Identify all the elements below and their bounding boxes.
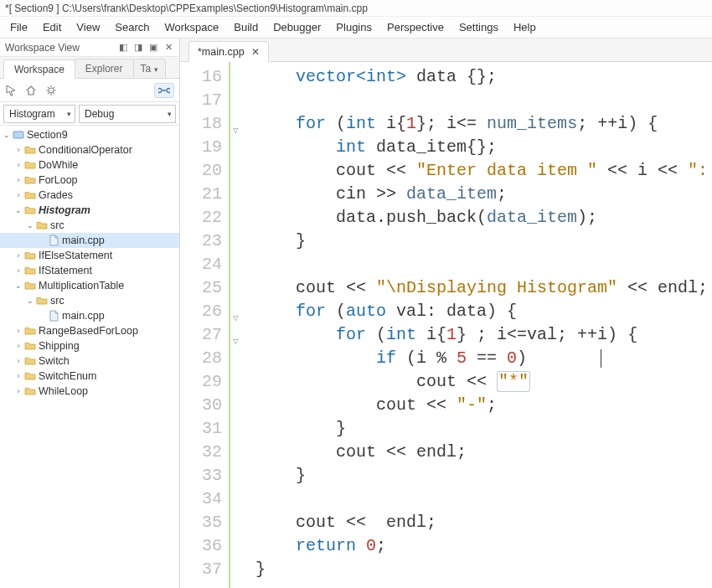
code-line[interactable]: cout << endl; <box>255 511 712 534</box>
line-number: 30 <box>180 394 222 417</box>
tree-folder[interactable]: ›ConditionalOperator <box>0 142 179 157</box>
chevron-right-icon[interactable]: › <box>13 357 23 365</box>
tree-folder[interactable]: ⌄src <box>0 293 179 308</box>
chevron-right-icon[interactable]: › <box>13 342 23 350</box>
menu-edit[interactable]: Edit <box>36 18 68 36</box>
tree-item-label: src <box>50 295 64 307</box>
folder-icon <box>23 144 37 156</box>
fold-toggle-icon[interactable]: ▽ <box>233 330 239 353</box>
workspace-tab-explorer[interactable]: Explorer <box>75 59 134 78</box>
tree-folder[interactable]: ›DoWhile <box>0 157 179 173</box>
chevron-down-icon[interactable]: ⌄ <box>2 131 12 139</box>
code-line[interactable]: cout << "Enter data item " << i << ": "; <box>255 159 712 183</box>
code-line[interactable]: for (auto val: data) { <box>255 300 712 323</box>
menu-plugins[interactable]: Plugins <box>329 18 379 36</box>
tree-folder[interactable]: ⌄MultiplicationTable <box>0 278 179 293</box>
code-line[interactable]: cout << "*" <box>255 370 712 394</box>
menu-build[interactable]: Build <box>227 18 265 36</box>
tree-file[interactable]: main.cpp <box>0 233 179 248</box>
code-line[interactable]: for (int i{1}; i<= num_items; ++i) { <box>255 112 712 136</box>
dock-right-icon[interactable]: ◨ <box>132 42 144 54</box>
code-content[interactable]: vector<int> data {}; for (int i{1}; i<= … <box>247 62 712 588</box>
chevron-right-icon[interactable]: › <box>13 387 23 395</box>
tree-folder[interactable]: ›Switch <box>0 353 179 369</box>
code-line[interactable] <box>255 487 712 511</box>
menu-settings[interactable]: Settings <box>452 18 505 36</box>
chevron-down-icon[interactable]: ⌄ <box>25 297 35 305</box>
workspace-tabs: Workspace Explorer Ta ▾ <box>0 57 179 79</box>
tree-folder[interactable]: ›Shipping <box>0 338 179 353</box>
dock-left-icon[interactable]: ◧ <box>117 42 129 54</box>
tree-folder[interactable]: ›RangeBasedForLoop <box>0 323 179 338</box>
fold-column[interactable]: ▽▽▽ <box>230 62 247 588</box>
tree-workspace-root[interactable]: ⌄Section9 <box>0 127 179 142</box>
code-line[interactable]: } <box>255 230 712 253</box>
tree-item-label: ForLoop <box>39 174 78 186</box>
config-dropdown[interactable]: Debug▾ <box>79 105 176 123</box>
line-number: 36 <box>180 534 222 558</box>
code-line[interactable]: data.push_back(data_item); <box>255 206 712 230</box>
file-tree[interactable]: ⌄Section9›ConditionalOperator›DoWhile›Fo… <box>0 126 179 588</box>
close-tab-icon[interactable]: ✕ <box>251 46 260 58</box>
chevron-right-icon[interactable]: › <box>13 161 23 169</box>
code-line[interactable]: int data_item{}; <box>255 136 712 159</box>
code-line[interactable]: cout << "\nDisplaying Histogram" << endl… <box>255 276 712 300</box>
chevron-right-icon[interactable]: › <box>13 146 23 154</box>
collapse-pane-icon[interactable]: ▣ <box>147 42 159 54</box>
editor-tab-main-cpp[interactable]: *main.cpp ✕ <box>188 41 269 62</box>
code-editor[interactable]: 1617181920212223242526272829303132333435… <box>180 62 712 588</box>
code-line[interactable] <box>255 89 712 112</box>
workspace-config-row: Histogram▾ Debug▾ <box>0 102 179 126</box>
menu-debugger[interactable]: Debugger <box>266 18 328 36</box>
menu-workspace[interactable]: Workspace <box>158 18 226 36</box>
code-line[interactable]: for (int i{1} ; i<=val; ++i) { <box>255 323 712 347</box>
fold-toggle-icon[interactable]: ▽ <box>233 119 239 142</box>
chevron-right-icon[interactable]: › <box>13 372 23 380</box>
menu-help[interactable]: Help <box>507 18 543 36</box>
close-pane-icon[interactable]: ✕ <box>163 42 174 54</box>
menu-view[interactable]: View <box>70 18 106 36</box>
menu-perspective[interactable]: Perspective <box>380 18 451 36</box>
menu-file[interactable]: File <box>3 18 34 36</box>
chevron-down-icon[interactable]: ⌄ <box>13 281 23 290</box>
project-dropdown[interactable]: Histogram▾ <box>3 105 75 123</box>
chevron-right-icon[interactable]: › <box>13 266 23 275</box>
code-line[interactable]: } <box>255 464 712 487</box>
tree-folder[interactable]: ›WhileLoop <box>0 384 179 399</box>
cursor-icon[interactable] <box>5 85 17 96</box>
file-icon <box>47 235 60 246</box>
fold-toggle-icon[interactable]: ▽ <box>233 307 239 330</box>
code-line[interactable]: cin >> data_item; <box>255 183 712 206</box>
tree-folder[interactable]: ›IfStatement <box>0 263 179 278</box>
code-line[interactable]: if (i % 5 == 0) <box>255 347 712 370</box>
line-number: 18 <box>180 112 222 136</box>
home-icon[interactable] <box>25 85 37 96</box>
chevron-right-icon[interactable]: › <box>13 176 23 184</box>
gear-icon[interactable] <box>45 85 57 96</box>
code-line[interactable]: vector<int> data {}; <box>255 65 712 89</box>
workspace-tab-workspace[interactable]: Workspace <box>3 59 75 79</box>
workspace-tab-more[interactable]: Ta ▾ <box>133 59 166 78</box>
code-line[interactable]: return 0; <box>255 534 712 558</box>
menu-search[interactable]: Search <box>108 18 156 36</box>
code-line[interactable] <box>255 253 712 276</box>
chevron-down-icon[interactable]: ⌄ <box>13 206 23 214</box>
menu-bar: FileEditViewSearchWorkspaceBuildDebugger… <box>0 17 712 39</box>
chevron-right-icon[interactable]: › <box>13 251 23 260</box>
workspace-toolbar <box>0 79 179 102</box>
chevron-right-icon[interactable]: › <box>13 191 23 199</box>
tree-folder[interactable]: ›Grades <box>0 188 179 203</box>
chevron-right-icon[interactable]: › <box>13 327 23 335</box>
code-line[interactable]: cout << "-"; <box>255 394 712 417</box>
tree-folder[interactable]: ›ForLoop <box>0 173 179 188</box>
link-editor-icon[interactable] <box>154 83 174 98</box>
code-line[interactable]: cout << endl; <box>255 441 712 464</box>
tree-folder[interactable]: ⌄src <box>0 218 179 233</box>
tree-folder[interactable]: ›IfElseStatement <box>0 248 179 263</box>
tree-file[interactable]: main.cpp <box>0 308 179 323</box>
code-line[interactable]: } <box>255 558 712 581</box>
chevron-down-icon[interactable]: ⌄ <box>25 221 35 230</box>
code-line[interactable]: } <box>255 417 712 441</box>
tree-folder[interactable]: ⌄Histogram <box>0 203 179 218</box>
tree-folder[interactable]: ›SwitchEnum <box>0 369 179 384</box>
